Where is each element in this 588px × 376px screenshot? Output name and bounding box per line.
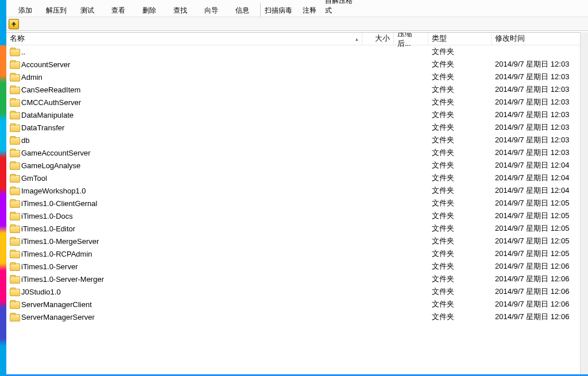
toolbar-button-label: 查找 [173,6,187,15]
toolbar-button[interactable]: 注释 [294,0,325,17]
file-name-label: GmTool [21,174,47,183]
folder-icon [10,313,19,321]
cell-name: ServerManagerServer [6,313,362,321]
folder-row[interactable]: AccountServer文件夹2014/9/7 星期日 12:03 [6,58,588,71]
cell-modified: 2014/9/7 星期日 12:05 [492,249,588,259]
folder-row[interactable]: CanSeeReadItem文件夹2014/9/7 星期日 12:03 [6,83,588,96]
cell-modified: 2014/9/7 星期日 12:05 [492,236,588,246]
column-header-modified[interactable]: 修改时间 [492,33,588,45]
folder-row[interactable]: db文件夹2014/9/7 星期日 12:03 [6,134,588,146]
folder-row[interactable]: iTimes1.0-RCPAdmin文件夹2014/9/7 星期日 12:05 [6,247,588,260]
cell-name: J0Studio1.0 [6,288,362,296]
folder-icon [10,123,19,131]
toolbar-button[interactable]: 查找 [165,0,196,17]
toolbar-button[interactable]: 查看 [103,0,134,17]
cell-type: 文件夹 [428,97,492,107]
cell-type: 文件夹 [428,249,492,259]
file-name-label: AccountServer [21,60,70,69]
column-header-packed[interactable]: 压缩后... [394,33,428,45]
folder-row[interactable]: GameLogAnalyse文件夹2014/9/7 星期日 12:04 [6,159,588,172]
column-header-name[interactable]: 名称 ▴ [6,33,362,45]
cell-type: 文件夹 [428,211,492,221]
cell-modified: 2014/9/7 星期日 12:03 [492,122,588,133]
cell-type: 文件夹 [428,198,492,208]
toolbar-button[interactable]: 扫描病毒 [263,0,294,17]
folder-row[interactable]: ServerManagerClient文件夹2014/9/7 星期日 12:06 [6,298,588,311]
cell-type: 文件夹 [428,312,492,322]
cell-name: CanSeeReadItem [6,86,362,94]
cell-type: 文件夹 [428,185,492,196]
file-name-label: iTimes1.0-Server-Merger [21,275,104,284]
cell-name: iTimes1.0-MergeServer [6,237,362,246]
folder-icon [10,288,19,296]
vertical-scrollbar[interactable] [580,32,588,374]
cell-name: .. [6,48,362,56]
toolbar-button[interactable]: 解压到 [41,0,72,17]
toolbar-button[interactable]: 自解压格式 [325,0,356,17]
cell-name: GameAccountServer [6,149,362,157]
go-up-button[interactable] [9,19,19,29]
cell-name: db [6,136,362,145]
folder-icon [10,187,19,195]
folder-row[interactable]: iTimes1.0-Server文件夹2014/9/7 星期日 12:06 [6,260,588,273]
file-name-label: ServerManagerClient [21,300,92,309]
cell-name: ServerManagerClient [6,300,362,309]
file-name-label: J0Studio1.0 [21,288,61,296]
folder-row[interactable]: iTimes1.0-Server-Merger文件夹2014/9/7 星期日 1… [6,273,588,285]
cell-type: 文件夹 [428,148,492,158]
folder-row[interactable]: DataManipulate文件夹2014/9/7 星期日 12:03 [6,108,588,121]
cell-name: DataTransfer [6,123,362,132]
folder-row[interactable]: iTimes1.0-ClientGernal文件夹2014/9/7 星期日 12… [6,197,588,210]
toolbar-button[interactable]: 删除 [134,0,165,17]
folder-row[interactable]: iTimes1.0-Docs文件夹2014/9/7 星期日 12:05 [6,210,588,222]
file-name-label: db [21,136,29,145]
cell-modified: 2014/9/7 星期日 12:03 [492,148,588,158]
cell-name: iTimes1.0-Server-Merger [6,275,362,284]
folder-row[interactable]: iTimes1.0-Editor文件夹2014/9/7 星期日 12:05 [6,222,588,235]
file-name-label: DataTransfer [21,123,64,132]
column-header-type[interactable]: 类型 [428,33,492,45]
file-name-label: ServerManagerServer [21,313,95,321]
toolbar-separator [260,3,261,17]
cell-type: 文件夹 [428,223,492,234]
folder-icon [10,161,19,169]
cell-type: 文件夹 [428,122,492,133]
toolbar-button[interactable]: 测试 [72,0,103,17]
folder-row[interactable]: J0Studio1.0文件夹2014/9/7 星期日 12:06 [6,285,588,298]
column-header-label: 大小 [375,34,390,44]
folder-row[interactable]: GmTool文件夹2014/9/7 星期日 12:04 [6,172,588,184]
navigation-bar [6,17,588,31]
folder-row[interactable]: ImageWorkshop1.0文件夹2014/9/7 星期日 12:04 [6,184,588,197]
folder-row[interactable]: CMCCAuthServer文件夹2014/9/7 星期日 12:03 [6,96,588,108]
toolbar-button-label: 自解压格式 [325,0,356,15]
column-header-label: 类型 [432,34,447,44]
file-name-label: CMCCAuthServer [21,98,81,107]
cell-name: iTimes1.0-Server [6,262,362,271]
folder-row[interactable]: ServerManagerServer文件夹2014/9/7 星期日 12:06 [6,311,588,323]
file-name-label: iTimes1.0-RCPAdmin [21,250,92,258]
toolbar-button[interactable]: 向导 [196,0,227,17]
parent-folder-row[interactable]: ..文件夹 [6,45,588,58]
file-name-label: CanSeeReadItem [21,86,80,94]
folder-icon [10,237,19,245]
folder-row[interactable]: Admin文件夹2014/9/7 星期日 12:03 [6,71,588,83]
folder-row[interactable]: GameAccountServer文件夹2014/9/7 星期日 12:03 [6,146,588,159]
cell-modified: 2014/9/7 星期日 12:06 [492,286,588,297]
toolbar-button-label: 信息 [235,6,249,15]
cell-name: Admin [6,73,362,82]
folder-row[interactable]: iTimes1.0-MergeServer文件夹2014/9/7 星期日 12:… [6,235,588,247]
cell-name: DataManipulate [6,111,362,119]
folder-icon [10,98,19,106]
cell-type: 文件夹 [428,236,492,246]
column-header-size[interactable]: 大小 [362,33,394,45]
folder-icon [10,174,19,182]
file-name-label: iTimes1.0-ClientGernal [21,199,97,208]
folder-icon [10,60,19,68]
folder-row[interactable]: DataTransfer文件夹2014/9/7 星期日 12:03 [6,121,588,134]
folder-icon [10,224,19,232]
cell-type: 文件夹 [428,261,492,272]
folder-icon [10,199,19,207]
cell-modified: 2014/9/7 星期日 12:04 [492,185,588,196]
toolbar-button[interactable]: 添加 [10,0,41,17]
toolbar-button[interactable]: 信息 [227,0,258,17]
